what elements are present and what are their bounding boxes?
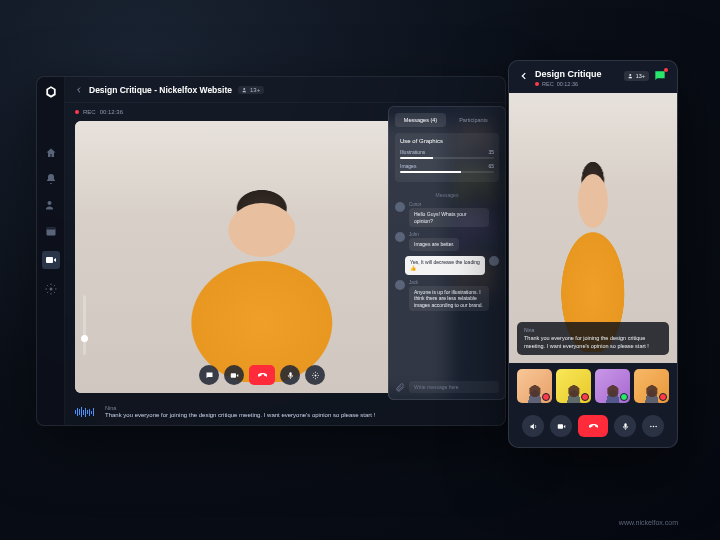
more-button[interactable] <box>642 415 664 437</box>
rec-timestamp: 00:12:36 <box>557 81 578 87</box>
avatar <box>395 202 405 212</box>
settings-button[interactable] <box>305 365 325 385</box>
tab-participants[interactable]: Participants <box>448 113 499 127</box>
caption-speaker: Nina <box>105 405 495 412</box>
waveform-icon <box>75 406 99 418</box>
tab-messages[interactable]: Messages (4) <box>395 113 446 127</box>
section-label: Messages <box>395 192 499 198</box>
nav-video-icon[interactable] <box>42 251 60 269</box>
call-controls <box>199 365 325 385</box>
volume-slider[interactable] <box>83 295 86 355</box>
message-item: JohnImages are better. <box>395 232 499 251</box>
rec-timestamp: 00:12:36 <box>100 109 123 115</box>
svg-rect-3 <box>46 257 53 263</box>
svg-point-5 <box>243 88 245 90</box>
message-input[interactable]: Write message here <box>409 381 499 393</box>
status-dot-icon <box>581 393 589 401</box>
participant-thumb[interactable] <box>634 369 669 403</box>
end-call-button[interactable] <box>578 415 608 437</box>
participant-count-badge[interactable]: 13+ <box>624 71 649 81</box>
mobile-topbar: Design Critique REC 00:12:36 13+ <box>509 61 677 93</box>
message-item: ConorHello Guys! Whats your opinion? <box>395 202 499 227</box>
rec-dot-icon <box>535 82 539 86</box>
svg-point-9 <box>629 74 631 76</box>
nav-calendar-icon[interactable] <box>45 225 57 237</box>
svg-rect-2 <box>46 228 55 230</box>
attach-icon[interactable] <box>395 382 405 392</box>
back-icon[interactable] <box>519 71 529 81</box>
status-dot-icon <box>620 393 628 401</box>
rec-label: REC <box>83 109 96 115</box>
svg-rect-7 <box>289 372 291 377</box>
poll-option[interactable]: Illustrations35 <box>400 149 494 159</box>
svg-point-14 <box>655 425 657 427</box>
status-dot-icon <box>542 393 550 401</box>
meeting-title: Design Critique - Nickelfox Website <box>89 85 232 95</box>
app-logo-icon <box>44 85 58 99</box>
message-item-mine: Yes, It will decrease the loading 👍 <box>395 256 499 275</box>
svg-point-0 <box>47 201 51 205</box>
sidebar <box>37 77 65 425</box>
chat-button[interactable] <box>199 365 219 385</box>
svg-rect-6 <box>230 373 235 378</box>
avatar <box>489 256 499 266</box>
nav-users-icon[interactable] <box>45 199 57 211</box>
participant-count-badge[interactable]: 13+ <box>238 86 264 94</box>
message-item: JackAnyone is up for illustrations. I th… <box>395 280 499 312</box>
svg-point-12 <box>650 425 652 427</box>
participant-thumb[interactable] <box>517 369 552 403</box>
svg-rect-11 <box>624 423 626 428</box>
rec-dot-icon <box>75 110 79 114</box>
messages-panel: Messages (4) Participants Use of Graphic… <box>388 106 506 400</box>
speaker-button[interactable] <box>522 415 544 437</box>
mobile-thumbnails <box>509 363 677 409</box>
camera-button[interactable] <box>550 415 572 437</box>
end-call-button[interactable] <box>249 365 275 385</box>
mic-button[interactable] <box>614 415 636 437</box>
avatar <box>395 280 405 290</box>
mobile-title: Design Critique <box>535 69 618 79</box>
svg-point-4 <box>49 288 52 291</box>
caption-bar: Nina Thank you everyone for joining the … <box>65 399 505 425</box>
svg-point-13 <box>652 425 654 427</box>
nav-settings-icon[interactable] <box>45 283 57 295</box>
poll-option[interactable]: Images65 <box>400 163 494 173</box>
message-list: ConorHello Guys! Whats your opinion? Joh… <box>395 202 499 377</box>
mobile-window: Design Critique REC 00:12:36 13+ Nina Th… <box>508 60 678 448</box>
caption-text: Thank you everyone for joining the desig… <box>524 335 662 350</box>
svg-rect-10 <box>557 424 562 429</box>
caption-speaker: Nina <box>524 327 662 333</box>
nav-home-icon[interactable] <box>45 147 57 159</box>
mic-button[interactable] <box>280 365 300 385</box>
notification-dot-icon <box>664 68 668 72</box>
status-dot-icon <box>659 393 667 401</box>
footer-credit: www.nickelfox.com <box>619 519 678 526</box>
topbar: Design Critique - Nickelfox Website 13+ <box>65 77 505 103</box>
avatar <box>395 232 405 242</box>
participant-thumb[interactable] <box>595 369 630 403</box>
rec-label: REC <box>542 81 554 87</box>
participant-thumb[interactable] <box>556 369 591 403</box>
back-icon[interactable] <box>75 86 83 94</box>
poll-card: Use of Graphics Illustrations35 Images65 <box>395 133 499 182</box>
svg-point-8 <box>314 374 316 376</box>
mobile-controls <box>509 409 677 447</box>
compose-bar: Write message here <box>395 381 499 393</box>
mobile-video: Nina Thank you everyone for joining the … <box>509 93 677 363</box>
mobile-caption: Nina Thank you everyone for joining the … <box>517 322 669 355</box>
caption-text: Thank you everyone for joining the desig… <box>105 412 495 420</box>
messages-icon[interactable] <box>653 69 667 83</box>
camera-button[interactable] <box>224 365 244 385</box>
panel-tabs: Messages (4) Participants <box>395 113 499 127</box>
nav-bell-icon[interactable] <box>45 173 57 185</box>
poll-title: Use of Graphics <box>400 138 494 144</box>
